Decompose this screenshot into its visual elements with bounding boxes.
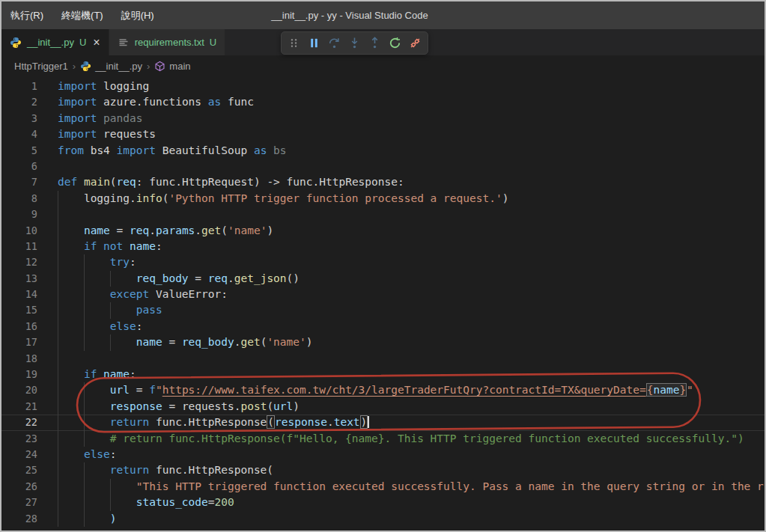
pause-button[interactable] [304, 33, 324, 53]
code-line[interactable]: 23# return func.HttpResponse(f"Hello, {n… [1, 431, 765, 447]
breadcrumb-label: __init__.py [95, 61, 142, 72]
line-number[interactable]: 10 [1, 223, 37, 239]
line-number[interactable]: 23 [1, 431, 37, 447]
line-number[interactable]: 21 [1, 399, 37, 415]
indent-guide [110, 334, 111, 350]
line-number[interactable]: 28 [1, 511, 37, 527]
code-line[interactable]: 29 [1, 527, 765, 531]
code-token: func.HttpResponse( [149, 464, 273, 476]
code-line[interactable]: 14except ValueError: [1, 287, 765, 302]
code-line[interactable]: 20url = f"https://www.taifex.com.tw/cht/… [1, 382, 765, 398]
code-line[interactable]: 21response = requests.post(url) [1, 399, 765, 415]
line-number[interactable]: 26 [1, 479, 37, 495]
line-number[interactable]: 19 [1, 367, 37, 382]
line-number[interactable]: 9 [1, 207, 37, 222]
code-token: = [189, 272, 208, 284]
code-line[interactable]: 27status_code=200 [1, 495, 765, 510]
line-number[interactable]: 13 [1, 271, 37, 287]
code-line[interactable]: 2import azure.functions as func [1, 94, 765, 110]
line-number[interactable]: 25 [1, 462, 37, 478]
chevron-right-icon: › [68, 61, 80, 72]
code-line[interactable]: 5from bs4 import BeautifulSoup as bs [1, 143, 765, 159]
line-number[interactable]: 1 [1, 79, 37, 94]
line-number[interactable]: 2 [1, 94, 37, 110]
code-line[interactable]: 8logging.info('Python HTTP trigger funct… [1, 191, 765, 207]
code-line[interactable]: 3import pandas [1, 111, 765, 126]
line-number[interactable]: 29 [1, 527, 37, 531]
code-token: if [84, 240, 97, 252]
code-token: : [110, 448, 117, 460]
line-number[interactable]: 7 [1, 174, 37, 190]
indent-guide [84, 382, 85, 398]
close-icon[interactable]: × [93, 37, 100, 49]
disconnect-button[interactable] [405, 33, 425, 53]
code-line[interactable]: 24else: [1, 447, 765, 462]
code-line[interactable]: 19if name: [1, 367, 765, 382]
indent-guide [84, 302, 85, 318]
code-line[interactable]: 9 [1, 207, 765, 222]
code-line[interactable]: 10name = req.params.get('name') [1, 223, 765, 239]
line-number[interactable]: 3 [1, 111, 37, 126]
code-line[interactable]: 11if not name: [1, 239, 765, 254]
breadcrumb-item--init-py[interactable]: __init__.py [80, 61, 142, 72]
line-number[interactable]: 16 [1, 319, 37, 334]
step-into-button[interactable] [344, 33, 365, 53]
chevron-right-icon: › [142, 61, 154, 72]
code-line[interactable]: 17name = req_body.get('name') [1, 334, 765, 350]
line-number[interactable]: 12 [1, 254, 37, 270]
step-over-button[interactable] [324, 33, 344, 53]
code-token: ) [267, 224, 273, 236]
code-line-content: def main(req: func.HttpRequest) -> func.… [58, 174, 765, 190]
code-line[interactable]: 1import logging [1, 79, 765, 94]
line-number[interactable]: 14 [1, 287, 37, 302]
code-line[interactable]: 13req_body = req.get_json() [1, 271, 765, 287]
tabs-container: __init__.pyU×requirements.txtU [1, 29, 225, 55]
menu-item[interactable]: 終端機(T) [52, 1, 112, 29]
code-line[interactable]: 18 [1, 351, 765, 367]
menu-item[interactable]: 執行(R) [1, 1, 52, 29]
code-line[interactable]: 22return func.HttpResponse(response.text… [1, 415, 765, 430]
code-line[interactable]: 6 [1, 159, 765, 174]
line-number[interactable]: 5 [1, 143, 37, 159]
code-editor[interactable]: 1import logging2import azure.functions a… [1, 76, 765, 531]
code-token: "This HTTP triggered function executed s… [136, 480, 764, 492]
code-line[interactable]: 15pass [1, 302, 765, 318]
line-number[interactable]: 4 [1, 126, 37, 142]
line-number[interactable]: 27 [1, 495, 37, 510]
code-line[interactable]: 12try: [1, 254, 765, 270]
restart-button[interactable] [385, 33, 405, 53]
code-token: 'Python HTTP trigger function processed … [168, 192, 502, 204]
indent-guide [84, 431, 85, 447]
menu-item[interactable]: 說明(H) [112, 1, 163, 29]
step-out-button[interactable] [365, 33, 385, 53]
code-line-content: except ValueError: [58, 287, 765, 302]
line-number[interactable]: 11 [1, 239, 37, 254]
line-number[interactable]: 6 [1, 159, 37, 174]
line-number[interactable]: 22 [1, 415, 37, 430]
line-number[interactable]: 18 [1, 351, 37, 367]
code-line[interactable]: 7def main(req: func.HttpRequest) -> func… [1, 174, 765, 190]
step-over-icon [328, 37, 341, 49]
code-token: ( [110, 176, 117, 188]
line-number[interactable]: 17 [1, 334, 37, 350]
line-number[interactable]: 8 [1, 191, 37, 207]
line-number[interactable]: 15 [1, 302, 37, 318]
code-line[interactable]: 25return func.HttpResponse( [1, 462, 765, 478]
breadcrumb-item-main[interactable]: main [154, 61, 190, 72]
code-line[interactable]: 16else: [1, 319, 765, 334]
line-number[interactable]: 24 [1, 447, 37, 462]
code-token: ) [293, 400, 300, 412]
code-token: func [221, 96, 254, 108]
code-token: # return func.HttpResponse(f"Hello, {nam… [110, 432, 744, 444]
line-number[interactable]: 20 [1, 382, 37, 398]
code-line[interactable]: 4import requests [1, 126, 765, 142]
breadcrumb-item-HttpTrigger1[interactable]: HttpTrigger1 [14, 61, 68, 72]
code-line[interactable]: 26"This HTTP triggered function executed… [1, 479, 765, 495]
tab-requirements-txt[interactable]: requirements.txtU [109, 29, 225, 55]
code-token: get [240, 336, 260, 348]
code-line-content: import azure.functions as func [58, 94, 765, 110]
indent-guide [84, 399, 85, 415]
tab--init-py[interactable]: __init__.pyU× [1, 29, 109, 55]
code-token: : [136, 320, 143, 332]
code-line[interactable]: 28) [1, 511, 765, 527]
